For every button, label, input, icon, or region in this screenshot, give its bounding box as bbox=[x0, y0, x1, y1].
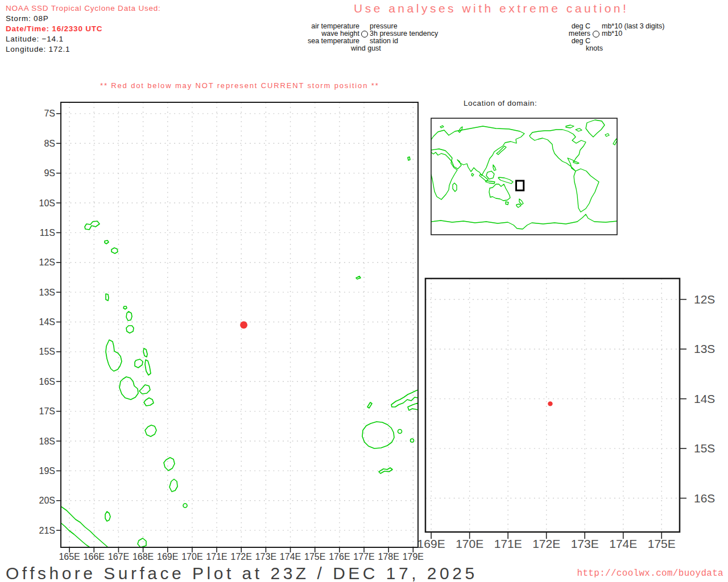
x-tick-label: 172E bbox=[532, 537, 560, 550]
coastline-java bbox=[486, 181, 495, 184]
y-tick-label: 13S bbox=[39, 288, 55, 297]
units-legend: deg C mb*10 (last 3 digits) meters mb*10… bbox=[560, 23, 664, 52]
x-tick-label: 166E bbox=[84, 552, 105, 562]
coastline-philippines bbox=[493, 165, 496, 171]
coastline-island bbox=[367, 402, 372, 408]
station-model-legend: air temperature pressure wave height 3h … bbox=[256, 23, 438, 52]
x-tick-label: 174E bbox=[280, 552, 301, 562]
station-circle-icon bbox=[593, 31, 599, 38]
coastline-island bbox=[126, 311, 132, 321]
y-tick-label: 20S bbox=[39, 496, 55, 505]
coastline-solomons bbox=[61, 506, 108, 547]
coastline-tasmania bbox=[506, 202, 508, 205]
y-tick-label: 18S bbox=[39, 436, 55, 446]
storm-position-warning: ** Red dot below may NOT represent CURRE… bbox=[100, 81, 379, 90]
legend-row: deg C bbox=[560, 38, 664, 45]
x-tick-label: 170E bbox=[181, 552, 202, 562]
legend-row: knots bbox=[560, 45, 664, 52]
x-tick-label: 175E bbox=[304, 552, 325, 562]
x-tick-label: 168E bbox=[133, 552, 154, 562]
zoom-map-gridlines bbox=[425, 278, 680, 532]
y-tick-label: 10S bbox=[39, 198, 55, 208]
coastline-sri-lanka bbox=[471, 173, 474, 176]
coastline-island bbox=[139, 385, 150, 394]
header-datetime-line: Date/Time: 16/2330 UTC bbox=[6, 24, 161, 34]
buoy-plot-page: { "header": { "source": "NOAA SSD Tropic… bbox=[0, 0, 728, 582]
x-tick-label: 173E bbox=[255, 552, 276, 562]
coastline-island bbox=[183, 504, 187, 508]
x-tick-label: 169E bbox=[157, 552, 178, 562]
x-tick-label: 167E bbox=[108, 552, 129, 562]
coastline-efate bbox=[145, 425, 156, 436]
coastline-svalbard bbox=[440, 126, 444, 128]
coastline-island bbox=[105, 240, 109, 244]
y-tick-label: 16S bbox=[694, 492, 715, 505]
zoom-map: 169E170E171E172E173E174E175E12S13S14S15S… bbox=[418, 273, 728, 552]
y-tick-label: 12S bbox=[694, 293, 715, 306]
legend-sea-temperature: sea temperature bbox=[256, 38, 359, 45]
coastline-espiritu-santo bbox=[106, 340, 122, 371]
coastlines-vanuatu-fiji bbox=[61, 157, 418, 547]
y-tick-label: 19S bbox=[39, 466, 55, 476]
legend-row: sea temperature station id bbox=[256, 38, 438, 45]
x-tick-label: 171E bbox=[494, 537, 522, 550]
main-map-gridlines bbox=[61, 102, 418, 547]
coastline-island bbox=[111, 248, 118, 253]
y-tick-label: 11S bbox=[40, 228, 55, 238]
x-tick-label: 171E bbox=[206, 552, 227, 562]
coastline-island bbox=[135, 359, 143, 368]
y-tick-label: 12S bbox=[39, 257, 55, 267]
units-pressure-tendency: mb*10 bbox=[602, 30, 622, 38]
main-map: 165E166E167E168E169E170E171E172E173E174E… bbox=[34, 97, 432, 566]
coastline-island bbox=[123, 306, 127, 309]
coastline-island bbox=[126, 326, 134, 333]
coastline-island bbox=[85, 221, 100, 230]
storm-position-dot-zoom bbox=[548, 401, 552, 406]
coastline-cuba bbox=[573, 161, 579, 164]
coastline-new-zealand bbox=[516, 204, 521, 207]
coastline-kadavu bbox=[379, 468, 392, 473]
coastline-island bbox=[408, 157, 410, 160]
x-tick-label: 174E bbox=[609, 537, 637, 550]
plot-title: Offshore Surface Plot at 23Z / DEC 17, 2… bbox=[6, 564, 478, 582]
legend-row: wind gust bbox=[256, 45, 438, 52]
coastline-iceland bbox=[605, 134, 609, 136]
header-longitude-line: Longitude: 172.1 bbox=[6, 44, 161, 55]
coastline-malakula bbox=[119, 377, 138, 400]
y-tick-label: 8S bbox=[44, 139, 55, 148]
coastline-island bbox=[169, 479, 177, 492]
coastline-rotuma bbox=[356, 276, 361, 279]
coastline-island bbox=[145, 360, 151, 375]
inset-title: Location of domain: bbox=[464, 99, 537, 107]
coastline-borneo bbox=[486, 171, 494, 179]
coastline-australia bbox=[489, 184, 510, 201]
coastline-novaya-zemlya bbox=[458, 127, 462, 132]
coastline-island bbox=[398, 430, 402, 434]
y-tick-label: 14S bbox=[39, 317, 55, 327]
coastline-island bbox=[138, 538, 146, 547]
coastline-north-america bbox=[530, 130, 586, 171]
coastline-arctic-islands bbox=[566, 125, 574, 128]
buoydata-link[interactable]: http://coolwx.com/buoydata bbox=[577, 568, 723, 579]
y-tick-label: 16S bbox=[39, 377, 55, 386]
y-tick-label: 15S bbox=[694, 442, 715, 455]
y-tick-label: 15S bbox=[39, 347, 55, 356]
coastlines-world bbox=[431, 120, 617, 229]
coastline-madagascar bbox=[453, 183, 457, 192]
coastline-arctic-islands bbox=[576, 128, 582, 131]
y-tick-label: 21S bbox=[39, 526, 55, 535]
x-tick-label: 177E bbox=[353, 552, 374, 562]
header-block: NOAA SSD Tropical Cyclone Data Used: Sto… bbox=[6, 3, 161, 55]
x-tick-label: 176E bbox=[329, 552, 350, 562]
caution-banner: Use analyses with extreme caution! bbox=[354, 2, 628, 15]
y-tick-label: 14S bbox=[694, 392, 715, 405]
coastline-island bbox=[106, 294, 109, 301]
x-tick-label: 179E bbox=[403, 552, 424, 562]
coastline-south-america bbox=[574, 169, 599, 212]
y-tick-label: 17S bbox=[39, 406, 55, 416]
domain-marker-box bbox=[516, 181, 524, 190]
y-tick-label: 9S bbox=[44, 168, 55, 178]
station-circle-icon bbox=[361, 31, 368, 38]
coastline-new-guinea bbox=[498, 177, 513, 184]
units-wind-gust: knots bbox=[586, 45, 603, 52]
